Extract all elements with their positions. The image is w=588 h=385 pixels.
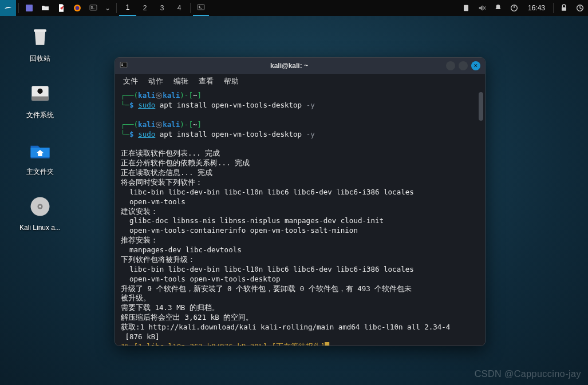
watermark: CSDN @Cappuccino-jay <box>475 369 581 379</box>
svg-rect-0 <box>26 5 33 11</box>
panel-launcher-files[interactable] <box>37 0 53 16</box>
svg-rect-7 <box>464 5 468 11</box>
panel-separator <box>116 3 117 13</box>
desktop-icon-home[interactable]: 主文件夹 <box>6 136 74 177</box>
disk-icon <box>26 80 54 107</box>
menu-view[interactable]: 查看 <box>199 76 214 86</box>
titlebar[interactable]: $_ kali@kali: ~ <box>115 58 485 74</box>
menubar: 文件 动作 编辑 查看 帮助 <box>115 74 485 89</box>
svg-text:$_: $_ <box>91 6 95 9</box>
svg-point-14 <box>37 89 42 94</box>
tray-notifications-icon[interactable] <box>490 0 506 16</box>
window-maximize-button[interactable] <box>459 61 468 70</box>
desktop-icon-label: 文件系统 <box>26 110 54 120</box>
tray-power-icon[interactable] <box>506 0 522 16</box>
window-close-button[interactable] <box>471 61 480 70</box>
desktop-icon-filesystem[interactable]: 文件系统 <box>6 80 74 120</box>
workspace-2[interactable]: 2 <box>136 0 153 16</box>
workspace-1[interactable]: 1 <box>119 0 136 16</box>
tray-lock-icon[interactable] <box>556 0 572 16</box>
tray-session-icon[interactable] <box>572 0 588 16</box>
panel-separator <box>190 3 191 13</box>
tray-volume-muted-icon[interactable] <box>474 0 490 16</box>
panel-launcher-dropdown[interactable]: ⌄ <box>101 0 114 16</box>
svg-rect-15 <box>31 97 48 101</box>
menu-help[interactable]: 帮助 <box>224 76 239 86</box>
svg-text:$_: $_ <box>199 5 203 9</box>
terminal-scrollbar[interactable] <box>479 92 483 341</box>
desktop-icon-label: Kali Linux a... <box>19 224 61 232</box>
desktop-icons: 回收站 文件系统 主文件夹 Kali Linux a... <box>6 23 74 248</box>
taskbar-terminal[interactable]: $_ <box>193 0 209 16</box>
svg-point-18 <box>39 205 41 208</box>
panel-separator <box>18 3 19 13</box>
terminal-window: $_ kali@kali: ~ 文件 动作 编辑 查看 帮助 ┌──(kali㉿… <box>115 57 486 346</box>
home-folder-icon <box>26 136 54 164</box>
tray-usb-icon[interactable] <box>458 0 474 16</box>
terminal-body[interactable]: ┌──(kali㉿kali)-[~] └─$ sudo apt install … <box>115 89 485 346</box>
panel-separator <box>553 3 554 13</box>
svg-rect-12 <box>34 29 46 32</box>
svg-rect-10 <box>562 7 566 11</box>
app-menu-button[interactable] <box>0 0 16 16</box>
menu-edit[interactable]: 编辑 <box>173 76 188 86</box>
panel-launcher-editor[interactable] <box>53 0 69 16</box>
menu-actions[interactable]: 动作 <box>148 76 163 86</box>
svg-point-2 <box>76 6 80 10</box>
workspace-3[interactable]: 3 <box>153 0 171 16</box>
window-minimize-button[interactable] <box>446 61 455 70</box>
terminal-icon: $_ <box>120 61 128 71</box>
desktop-icon-kali-cd[interactable]: Kali Linux a... <box>6 193 74 232</box>
workspace-4[interactable]: 4 <box>171 0 188 16</box>
scrollbar-thumb[interactable] <box>479 92 483 121</box>
trash-icon <box>26 23 54 50</box>
panel-launcher-1[interactable] <box>21 0 37 16</box>
window-title: kali@kali: ~ <box>132 62 446 70</box>
menu-file[interactable]: 文件 <box>123 76 138 86</box>
panel-launcher-terminal[interactable]: $_ <box>85 0 101 16</box>
desktop-icon-label: 回收站 <box>30 54 50 63</box>
cd-icon <box>26 193 54 220</box>
desktop-icon-label: 主文件夹 <box>26 167 54 177</box>
desktop-icon-trash[interactable]: 回收站 <box>6 23 74 63</box>
svg-text:$_: $_ <box>121 63 125 66</box>
top-panel: $_ ⌄ 1 2 3 4 $_ 16:43 <box>0 0 588 16</box>
panel-clock[interactable]: 16:43 <box>522 4 551 12</box>
panel-launcher-firefox[interactable] <box>69 0 85 16</box>
